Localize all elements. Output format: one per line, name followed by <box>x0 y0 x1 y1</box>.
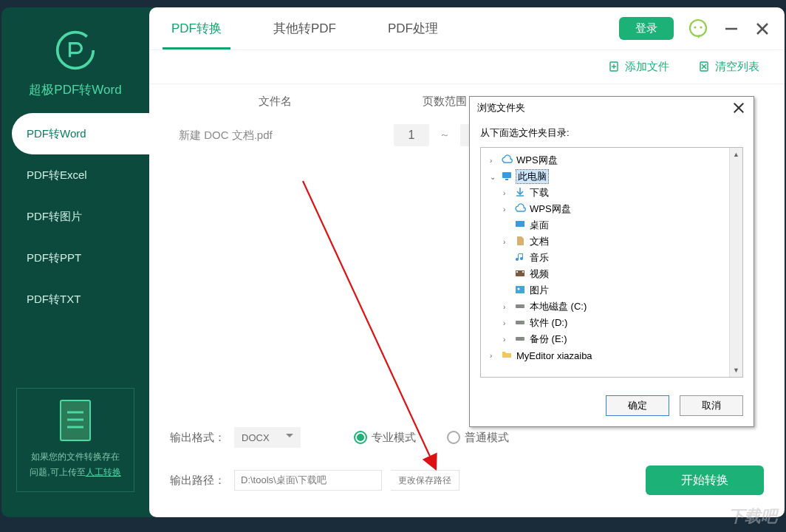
output-path-row: 输出路径： D:\tools\桌面\下载吧 更改保存路径 开始转换 <box>170 466 764 495</box>
sidebar-item-pdf-to-ppt[interactable]: PDF转PPT <box>1 237 149 279</box>
disk-icon <box>514 332 526 347</box>
svg-rect-25 <box>522 271 524 273</box>
expand-arrow-icon[interactable]: › <box>490 352 497 360</box>
sidebar-item-pdf-to-word[interactable]: PDF转Word <box>12 113 149 154</box>
clear-list-button[interactable]: 清空列表 <box>699 60 759 74</box>
tree-scrollbar[interactable]: ▲ ▼ <box>729 148 742 377</box>
tree-item[interactable]: ›WPS网盘 <box>481 152 742 168</box>
expand-arrow-icon[interactable]: › <box>503 319 510 327</box>
app-name: 超极PDF转Word <box>29 81 121 98</box>
folder-tree: ›WPS网盘⌄此电脑›下载›WPS网盘 桌面›文档 音乐 视频 图片›本地磁盘 … <box>480 147 743 378</box>
expand-arrow-icon[interactable] <box>503 270 510 279</box>
tree-item[interactable]: ›软件 (D:) <box>481 315 742 331</box>
expand-arrow-icon[interactable]: ⌄ <box>490 173 497 181</box>
tree-item[interactable]: ›文档 <box>481 233 742 250</box>
svg-rect-26 <box>516 286 524 293</box>
tree-item-label: 下载 <box>530 186 549 200</box>
app-logo-icon <box>53 28 98 72</box>
mode-pro-radio[interactable]: 专业模式 <box>354 431 416 445</box>
tree-item-label: 本地磁盘 (C:) <box>530 300 587 313</box>
dialog-cancel-button[interactable]: 取消 <box>680 395 743 416</box>
sidebar-item-label: PDF转TXT <box>27 293 81 307</box>
tab-pdf-process[interactable]: PDF处理 <box>379 8 447 50</box>
expand-arrow-icon[interactable] <box>503 254 510 262</box>
sidebar-item-pdf-to-image[interactable]: PDF转图片 <box>1 196 149 237</box>
document-icon <box>58 399 93 442</box>
start-convert-button[interactable]: 开始转换 <box>646 466 764 495</box>
dialog-buttons: 确定 取消 <box>470 385 753 426</box>
tree-item[interactable]: ›本地磁盘 (C:) <box>481 299 742 315</box>
svg-rect-20 <box>502 172 511 178</box>
svg-point-7 <box>700 26 702 28</box>
tree-item-label: 备份 (E:) <box>530 332 567 346</box>
sidebar-item-label: PDF转PPT <box>27 251 81 265</box>
tab-pdf-convert[interactable]: PDF转换 <box>163 8 230 50</box>
cloud-icon <box>501 154 513 168</box>
tree-item-label: MyEditor xiazaiba <box>516 350 592 361</box>
sidebar-item-pdf-to-excel[interactable]: PDF转Excel <box>1 154 149 196</box>
sidebar-item-label: PDF转图片 <box>27 210 82 224</box>
tree-item[interactable]: ›下载 <box>481 185 742 201</box>
svg-point-33 <box>522 338 524 339</box>
expand-arrow-icon[interactable] <box>503 287 510 295</box>
tree-item[interactable]: ›WPS网盘 <box>481 201 742 217</box>
bottom-panel: 输出格式： DOCX 专业模式 普通模式 输出路径： D:\tools\桌面\下… <box>149 412 785 517</box>
sidebar-item-pdf-to-txt[interactable]: PDF转TXT <box>1 279 149 320</box>
tree-item[interactable]: ›备份 (E:) <box>481 331 742 347</box>
tree-item[interactable]: 视频 <box>481 266 742 282</box>
change-path-button[interactable]: 更改保存路径 <box>391 470 459 491</box>
expand-arrow-icon[interactable] <box>503 222 510 230</box>
expand-arrow-icon[interactable]: › <box>503 205 510 214</box>
dialog-titlebar[interactable]: 浏览文件夹 <box>470 97 753 119</box>
pc-icon <box>501 170 513 184</box>
tree-item[interactable]: 音乐 <box>481 250 742 266</box>
manual-convert-link[interactable]: 人工转换 <box>86 467 121 477</box>
tree-item-label: 桌面 <box>530 219 549 232</box>
svg-rect-21 <box>505 179 508 180</box>
tilde-separator: ～ <box>440 129 450 142</box>
column-filename: 文件名 <box>179 95 371 109</box>
output-path-label: 输出路径： <box>170 474 225 488</box>
watermark: 下载吧 <box>728 505 777 528</box>
support-chat-icon[interactable] <box>687 18 709 40</box>
logo-area: 超极PDF转Word <box>29 7 121 113</box>
expand-arrow-icon[interactable]: › <box>490 157 497 165</box>
expand-arrow-icon[interactable]: › <box>503 303 510 311</box>
tree-item[interactable]: ⌄此电脑 <box>481 168 742 185</box>
tree-item-label: 音乐 <box>530 251 549 265</box>
doc-icon <box>514 235 526 249</box>
video-icon <box>514 267 526 282</box>
svg-point-0 <box>58 33 94 69</box>
login-button[interactable]: 登录 <box>619 17 674 40</box>
cloud-icon <box>514 202 526 216</box>
download-icon <box>514 186 526 200</box>
mode-normal-radio[interactable]: 普通模式 <box>447 431 509 445</box>
help-box[interactable]: 如果您的文件转换存在 问题,可上传至人工转换 <box>16 388 134 492</box>
output-path-input[interactable]: D:\tools\桌面\下载吧 <box>234 470 382 491</box>
tree-item[interactable]: 桌面 <box>481 217 742 233</box>
output-format-select[interactable]: DOCX <box>234 427 301 448</box>
expand-arrow-icon[interactable]: › <box>503 238 510 246</box>
tree-item-label: WPS网盘 <box>516 154 558 167</box>
expand-arrow-icon[interactable]: › <box>503 189 510 197</box>
output-format-row: 输出格式： DOCX 专业模式 普通模式 <box>170 427 764 448</box>
output-format-label: 输出格式： <box>170 431 225 445</box>
add-file-button[interactable]: 添加文件 <box>609 60 669 74</box>
svg-point-6 <box>694 26 696 28</box>
dialog-ok-button[interactable]: 确定 <box>606 395 669 416</box>
svg-point-5 <box>690 20 706 36</box>
scroll-down-icon[interactable]: ▼ <box>730 364 742 377</box>
tree-item-label: 软件 (D:) <box>530 316 567 330</box>
sidebar-item-label: PDF转Excel <box>27 168 87 183</box>
tab-other-to-pdf[interactable]: 其他转PDF <box>264 8 345 50</box>
close-button[interactable] <box>753 20 771 38</box>
browse-folder-dialog: 浏览文件夹 从下面选文件夹目录: ›WPS网盘⌄此电脑›下载›WPS网盘 桌面›… <box>469 96 754 427</box>
tree-item[interactable]: ›MyEditor xiazaiba <box>481 347 742 364</box>
expand-arrow-icon[interactable]: › <box>503 335 510 344</box>
page-from-input[interactable]: 1 <box>394 124 429 146</box>
desktop-icon <box>514 219 526 233</box>
minimize-button[interactable] <box>722 20 740 38</box>
tree-item[interactable]: 图片 <box>481 282 742 299</box>
scroll-up-icon[interactable]: ▲ <box>730 148 742 161</box>
dialog-close-button[interactable] <box>731 100 746 115</box>
